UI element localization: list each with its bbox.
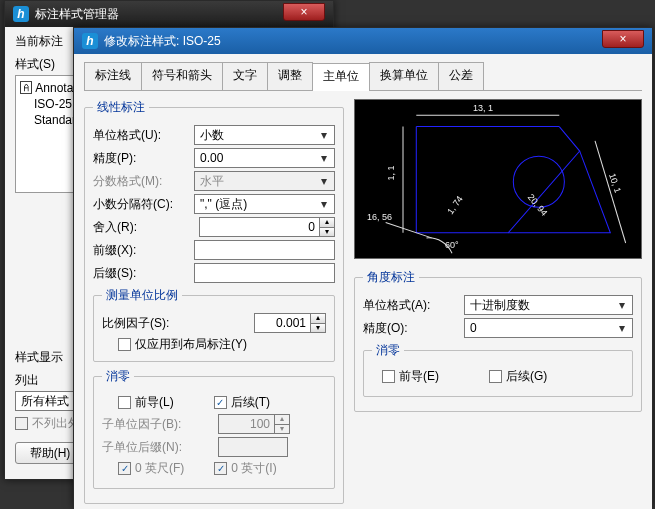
scale-factor-spinner[interactable]: 0.001▴▾	[254, 313, 326, 333]
parent-titlebar: h 标注样式管理器 ×	[5, 1, 333, 27]
feet-checkbox: 0 英尺(F)	[118, 460, 184, 477]
sub-suffix-label: 子单位后缀(N):	[102, 439, 212, 456]
precision-select[interactable]: 0.00▾	[194, 148, 335, 168]
fraction-format-select: 水平▾	[194, 171, 335, 191]
linear-legend: 线性标注	[93, 99, 149, 116]
fraction-format-label: 分数格式(M):	[93, 173, 188, 190]
sub-suffix-input	[218, 437, 288, 457]
sub-factor-spinner: 100▴▾	[218, 414, 290, 434]
tab-tolerances[interactable]: 公差	[438, 62, 484, 90]
sub-factor-label: 子单位因子(B):	[102, 416, 212, 433]
parent-close-icon[interactable]: ×	[283, 3, 325, 21]
angle-format-label: 单位格式(A):	[363, 297, 458, 314]
decimal-sep-select[interactable]: "," (逗点)▾	[194, 194, 335, 214]
prefix-label: 前缀(X):	[93, 242, 188, 259]
angle-trailing-checkbox[interactable]: 后续(G)	[489, 368, 547, 385]
zero-linear-group: 消零 前导(L) 后续(T) 子单位因子(B): 100▴▾ 子单位后缀(N):…	[93, 368, 335, 489]
chevron-down-icon: ▾	[317, 197, 331, 211]
inches-checkbox: 0 英寸(I)	[214, 460, 276, 477]
dim-angle: 60°	[445, 240, 459, 250]
svg-line-3	[595, 141, 626, 243]
tab-symbols[interactable]: 符号和箭头	[141, 62, 223, 90]
precision-label: 精度(P):	[93, 150, 188, 167]
chevron-down-icon: ▾	[615, 298, 629, 312]
angle-leading-checkbox[interactable]: 前导(E)	[382, 368, 439, 385]
tab-strip: 标注线 符号和箭头 文字 调整 主单位 换算单位 公差	[84, 62, 642, 91]
dim-radius: 16, 56	[367, 212, 392, 222]
linear-group: 线性标注 单位格式(U): 小数▾ 精度(P): 0.00▾ 分数格式(M): …	[84, 99, 344, 504]
app-icon: h	[82, 33, 98, 49]
trailing-checkbox[interactable]: 后续(T)	[214, 394, 270, 411]
angle-group: 角度标注 单位格式(A): 十进制度数▾ 精度(O): 0▾ 消零 前导(E) …	[354, 269, 642, 412]
chevron-down-icon: ▾	[615, 321, 629, 335]
scale-legend: 测量单位比例	[102, 287, 182, 304]
chevron-down-icon: ▾	[317, 151, 331, 165]
dialog-titlebar: h 修改标注样式: ISO-25 ×	[74, 28, 652, 54]
angle-legend: 角度标注	[363, 269, 419, 286]
decimal-sep-label: 小数分隔符(C):	[93, 196, 188, 213]
suffix-input[interactable]	[194, 263, 335, 283]
zero-angle-group: 消零 前导(E) 后续(G)	[363, 342, 633, 397]
angle-format-select[interactable]: 十进制度数▾	[464, 295, 633, 315]
preview-pane: 13, 1 1, 1 10, 1 1, 74 20, 94 16, 56 60°	[354, 99, 642, 259]
tab-text[interactable]: 文字	[222, 62, 268, 90]
app-icon: h	[13, 6, 29, 22]
tab-lines[interactable]: 标注线	[84, 62, 142, 90]
angle-precision-select[interactable]: 0▾	[464, 318, 633, 338]
parent-title: 标注样式管理器	[35, 6, 283, 23]
layout-only-checkbox[interactable]: 仅应用到布局标注(Y)	[118, 336, 326, 353]
scale-factor-label: 比例因子(S):	[102, 315, 212, 332]
zero-angle-legend: 消零	[372, 342, 404, 359]
prefix-input[interactable]	[194, 240, 335, 260]
unit-format-select[interactable]: 小数▾	[194, 125, 335, 145]
dim-top: 13, 1	[473, 103, 493, 113]
round-label: 舍入(R):	[93, 219, 188, 236]
tab-fit[interactable]: 调整	[267, 62, 313, 90]
chevron-down-icon: ▾	[317, 128, 331, 142]
svg-line-4	[386, 223, 432, 238]
unit-format-label: 单位格式(U):	[93, 127, 188, 144]
close-button[interactable]: ×	[602, 30, 644, 48]
dim-left: 1, 1	[386, 165, 396, 180]
dialog-title: 修改标注样式: ISO-25	[104, 33, 602, 50]
tab-alternate-units[interactable]: 换算单位	[369, 62, 439, 90]
angle-precision-label: 精度(O):	[363, 320, 458, 337]
tab-primary-units[interactable]: 主单位	[312, 63, 370, 91]
suffix-label: 后缀(S):	[93, 265, 188, 282]
leading-checkbox[interactable]: 前导(L)	[118, 394, 174, 411]
scale-group: 测量单位比例 比例因子(S): 0.001▴▾ 仅应用到布局标注(Y)	[93, 287, 335, 362]
round-spinner[interactable]: 0▴▾	[199, 217, 335, 237]
zero-linear-legend: 消零	[102, 368, 134, 385]
